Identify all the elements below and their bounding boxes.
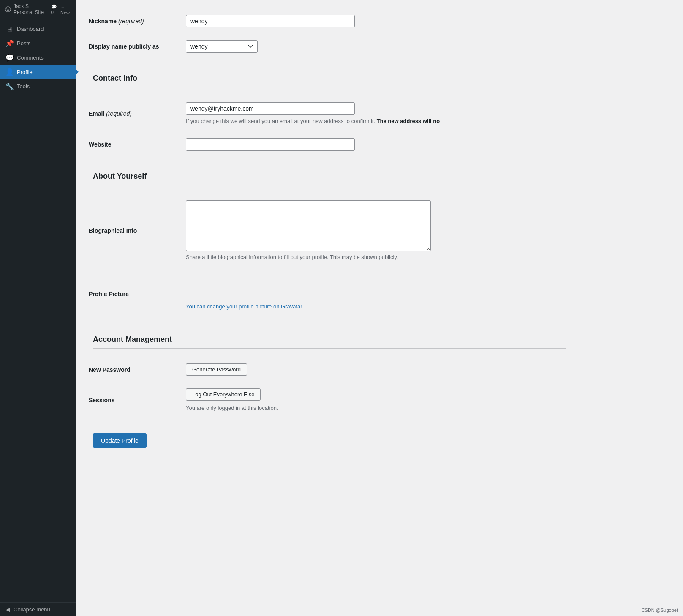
- profile-icon: 👤: [6, 68, 14, 76]
- email-desc-bold: The new address will no: [377, 118, 440, 124]
- new-password-row: New Password Generate Password: [89, 357, 570, 382]
- update-profile-button[interactable]: Update Profile: [93, 433, 147, 448]
- sidebar-item-profile[interactable]: 👤 Profile: [0, 65, 76, 79]
- footer-note: CSDN @Sugobet: [642, 608, 678, 613]
- update-profile-cell: Update Profile: [89, 419, 570, 467]
- gravatar-link[interactable]: You can change your profile picture on G…: [186, 303, 302, 310]
- posts-icon: 📌: [6, 39, 14, 47]
- email-input[interactable]: [186, 102, 355, 115]
- nickname-label: Nickname (required): [89, 8, 182, 34]
- nickname-cell: [182, 8, 570, 34]
- collapse-label: Collapse menu: [14, 606, 50, 613]
- svg-text:W: W: [6, 8, 9, 11]
- wordpress-icon: W: [5, 5, 11, 14]
- sidebar-label-profile: Profile: [17, 69, 33, 75]
- profile-form: Nickname (required) Display name publicl…: [89, 8, 570, 467]
- sessions-description: You are only logged in at this location.: [186, 404, 566, 412]
- about-heading-cell: About Yourself: [89, 157, 570, 194]
- sessions-row: Sessions Log Out Everywhere Else You are…: [89, 382, 570, 419]
- contact-info-heading: Contact Info: [93, 65, 566, 87]
- nickname-row: Nickname (required): [89, 8, 570, 34]
- email-row: Email (required) If you change this we w…: [89, 96, 570, 132]
- contact-info-heading-row: Contact Info: [89, 59, 570, 96]
- sidebar-label-comments: Comments: [17, 55, 44, 61]
- sidebar-navigation: ⊞ Dashboard 📌 Posts 💬 Comments 👤 Profile…: [0, 19, 76, 602]
- bio-row: Biographical Info Share a little biograp…: [89, 194, 570, 268]
- account-management-heading-row: Account Management: [89, 320, 570, 357]
- collapse-icon: ◀: [6, 606, 10, 613]
- email-required: (required): [106, 110, 132, 117]
- sidebar-item-tools[interactable]: 🔧 Tools: [0, 79, 76, 93]
- generate-password-button[interactable]: Generate Password: [186, 363, 247, 376]
- profile-picture-area: You can change your profile picture on G…: [186, 274, 566, 314]
- display-name-cell: wendy: [182, 34, 570, 59]
- bio-description: Share a little biographical information …: [186, 253, 566, 262]
- website-input[interactable]: [186, 138, 355, 151]
- bio-textarea[interactable]: [186, 200, 431, 251]
- sessions-label: Sessions: [89, 382, 182, 419]
- sidebar-label-dashboard: Dashboard: [17, 26, 44, 32]
- display-name-label: Display name publicly as: [89, 34, 182, 59]
- display-name-row: Display name publicly as wendy: [89, 34, 570, 59]
- main-content: Nickname (required) Display name publicl…: [76, 0, 683, 616]
- email-cell: If you change this we will send you an e…: [182, 96, 570, 132]
- comment-count-icon: 💬 0: [51, 4, 58, 15]
- new-password-cell: Generate Password: [182, 357, 570, 382]
- bio-cell: Share a little biographical information …: [182, 194, 570, 268]
- collapse-menu-button[interactable]: ◀ Collapse menu: [0, 602, 76, 616]
- sidebar-label-posts: Posts: [17, 40, 31, 46]
- profile-picture-label: Profile Picture: [89, 267, 182, 320]
- bio-label: Biographical Info: [89, 194, 182, 268]
- sidebar-item-dashboard[interactable]: ⊞ Dashboard: [0, 22, 76, 36]
- sidebar-label-tools: Tools: [17, 83, 30, 90]
- sidebar-item-posts[interactable]: 📌 Posts: [0, 36, 76, 50]
- about-heading: About Yourself: [93, 164, 566, 185]
- display-name-select[interactable]: wendy: [186, 40, 258, 53]
- profile-picture-cell: You can change your profile picture on G…: [182, 267, 570, 320]
- profile-picture-row: Profile Picture You can change your prof…: [89, 267, 570, 320]
- sidebar: W Jack S Personal Site 💬 0 ＋ New ⊞ Dashb…: [0, 0, 76, 616]
- nickname-required: (required): [118, 18, 144, 25]
- site-name-label: Jack S Personal Site: [14, 3, 46, 15]
- email-label: Email (required): [89, 96, 182, 132]
- website-label: Website: [89, 132, 182, 157]
- sidebar-item-comments[interactable]: 💬 Comments: [0, 50, 76, 65]
- gravatar-link-text: You can change your profile picture on G…: [186, 303, 566, 310]
- account-management-heading: Account Management: [93, 327, 566, 349]
- website-cell: [182, 132, 570, 157]
- update-profile-row: Update Profile: [89, 419, 570, 467]
- contact-info-heading-cell: Contact Info: [89, 59, 570, 96]
- website-row: Website: [89, 132, 570, 157]
- sessions-cell: Log Out Everywhere Else You are only log…: [182, 382, 570, 419]
- new-password-label: New Password: [89, 357, 182, 382]
- gravatar-placeholder: [186, 278, 566, 303]
- logout-everywhere-button[interactable]: Log Out Everywhere Else: [186, 388, 261, 401]
- email-description: If you change this we will send you an e…: [186, 117, 566, 125]
- comments-icon: 💬: [6, 54, 14, 61]
- new-icon: ＋ New: [60, 4, 71, 15]
- gravatar-suffix: .: [302, 303, 304, 310]
- tools-icon: 🔧: [6, 82, 14, 90]
- account-management-heading-cell: Account Management: [89, 320, 570, 357]
- dashboard-icon: ⊞: [6, 25, 14, 33]
- about-heading-row: About Yourself: [89, 157, 570, 194]
- nickname-input[interactable]: [186, 15, 355, 27]
- sidebar-top-bar: W Jack S Personal Site 💬 0 ＋ New: [0, 0, 76, 19]
